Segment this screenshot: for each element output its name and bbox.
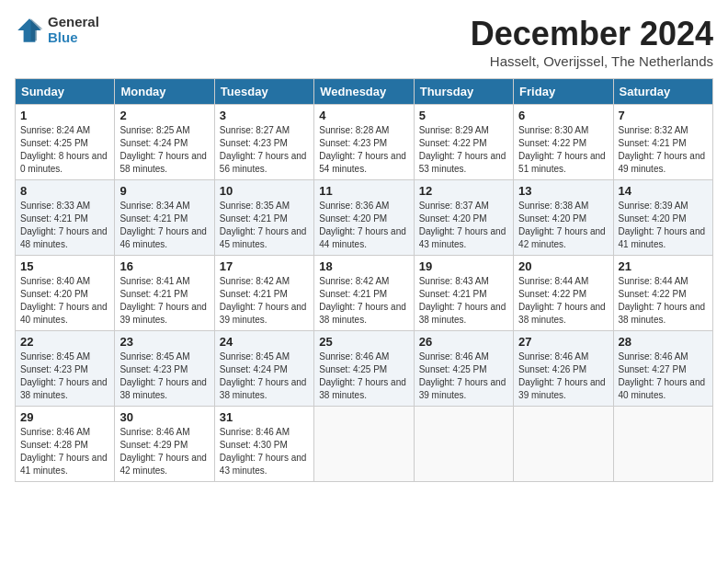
day-info: Sunrise: 8:37 AMSunset: 4:20 PMDaylight:… (419, 200, 508, 251)
day-cell-17: 17Sunrise: 8:42 AMSunset: 4:21 PMDayligh… (214, 256, 313, 331)
day-cell-27: 27Sunrise: 8:46 AMSunset: 4:26 PMDayligh… (514, 331, 613, 407)
col-header-monday: Monday (115, 79, 214, 105)
day-number: 1 (20, 109, 109, 122)
day-number: 8 (20, 184, 109, 198)
day-number: 25 (319, 335, 408, 349)
day-info: Sunrise: 8:33 AMSunset: 4:21 PMDaylight:… (20, 200, 109, 251)
empty-cell (514, 407, 613, 482)
day-info: Sunrise: 8:40 AMSunset: 4:20 PMDaylight:… (20, 275, 109, 327)
day-info: Sunrise: 8:30 AMSunset: 4:22 PMDaylight:… (518, 124, 608, 176)
col-header-sunday: Sunday (16, 79, 115, 105)
logo: General Blue (15, 15, 99, 45)
day-cell-12: 12Sunrise: 8:37 AMSunset: 4:20 PMDayligh… (414, 180, 513, 256)
svg-marker-0 (17, 18, 41, 42)
logo-icon (15, 16, 44, 45)
calendar-table: SundayMondayTuesdayWednesdayThursdayFrid… (15, 78, 713, 482)
day-cell-11: 11Sunrise: 8:36 AMSunset: 4:20 PMDayligh… (314, 180, 414, 256)
col-header-saturday: Saturday (613, 79, 712, 105)
day-cell-30: 30Sunrise: 8:46 AMSunset: 4:29 PMDayligh… (115, 407, 214, 482)
day-info: Sunrise: 8:45 AMSunset: 4:24 PMDaylight:… (220, 350, 309, 402)
col-header-tuesday: Tuesday (214, 79, 313, 105)
day-info: Sunrise: 8:36 AMSunset: 4:20 PMDaylight:… (319, 200, 408, 251)
day-number: 22 (20, 335, 109, 349)
day-cell-14: 14Sunrise: 8:39 AMSunset: 4:20 PMDayligh… (613, 180, 712, 256)
day-info: Sunrise: 8:43 AMSunset: 4:21 PMDaylight:… (419, 275, 508, 327)
day-cell-16: 16Sunrise: 8:41 AMSunset: 4:21 PMDayligh… (115, 256, 214, 331)
calendar-row-4: 22Sunrise: 8:45 AMSunset: 4:23 PMDayligh… (16, 331, 713, 407)
day-info: Sunrise: 8:32 AMSunset: 4:21 PMDaylight:… (619, 124, 708, 176)
day-number: 15 (20, 259, 109, 273)
col-header-wednesday: Wednesday (314, 79, 414, 105)
day-number: 12 (419, 184, 508, 198)
day-number: 29 (20, 410, 109, 424)
day-info: Sunrise: 8:44 AMSunset: 4:22 PMDaylight:… (619, 275, 708, 327)
day-cell-19: 19Sunrise: 8:43 AMSunset: 4:21 PMDayligh… (414, 256, 513, 331)
day-number: 7 (619, 109, 708, 122)
day-cell-8: 8Sunrise: 8:33 AMSunset: 4:21 PMDaylight… (16, 180, 115, 256)
col-header-friday: Friday (514, 79, 613, 105)
day-cell-10: 10Sunrise: 8:35 AMSunset: 4:21 PMDayligh… (214, 180, 313, 256)
day-info: Sunrise: 8:38 AMSunset: 4:20 PMDaylight:… (518, 200, 608, 251)
day-info: Sunrise: 8:44 AMSunset: 4:22 PMDaylight:… (518, 275, 608, 327)
empty-cell (314, 407, 414, 482)
day-cell-28: 28Sunrise: 8:46 AMSunset: 4:27 PMDayligh… (613, 331, 712, 407)
logo-general: General (48, 15, 99, 30)
day-number: 14 (619, 184, 708, 198)
title-block: December 2024 Hasselt, Overijssel, The N… (471, 15, 713, 69)
day-number: 6 (518, 109, 608, 122)
day-info: Sunrise: 8:34 AMSunset: 4:21 PMDaylight:… (119, 200, 209, 251)
day-number: 16 (119, 259, 209, 273)
day-info: Sunrise: 8:28 AMSunset: 4:23 PMDaylight:… (319, 124, 408, 176)
day-cell-26: 26Sunrise: 8:46 AMSunset: 4:25 PMDayligh… (414, 331, 513, 407)
day-number: 2 (119, 109, 209, 122)
day-cell-22: 22Sunrise: 8:45 AMSunset: 4:23 PMDayligh… (16, 331, 115, 407)
day-number: 28 (619, 335, 708, 349)
calendar-row-1: 1Sunrise: 8:24 AMSunset: 4:25 PMDaylight… (16, 105, 713, 180)
svg-marker-1 (31, 18, 43, 40)
day-cell-21: 21Sunrise: 8:44 AMSunset: 4:22 PMDayligh… (613, 256, 712, 331)
day-info: Sunrise: 8:25 AMSunset: 4:24 PMDaylight:… (119, 124, 209, 176)
day-number: 23 (119, 335, 209, 349)
day-number: 31 (220, 410, 309, 424)
day-info: Sunrise: 8:46 AMSunset: 4:25 PMDaylight:… (319, 350, 408, 402)
day-cell-18: 18Sunrise: 8:42 AMSunset: 4:21 PMDayligh… (314, 256, 414, 331)
day-number: 3 (220, 109, 309, 122)
day-number: 20 (518, 259, 608, 273)
calendar-row-5: 29Sunrise: 8:46 AMSunset: 4:28 PMDayligh… (16, 407, 713, 482)
day-info: Sunrise: 8:45 AMSunset: 4:23 PMDaylight:… (20, 350, 109, 402)
day-number: 10 (220, 184, 309, 198)
day-number: 24 (220, 335, 309, 349)
calendar-row-3: 15Sunrise: 8:40 AMSunset: 4:20 PMDayligh… (16, 256, 713, 331)
day-cell-25: 25Sunrise: 8:46 AMSunset: 4:25 PMDayligh… (314, 331, 414, 407)
day-cell-13: 13Sunrise: 8:38 AMSunset: 4:20 PMDayligh… (514, 180, 613, 256)
day-number: 13 (518, 184, 608, 198)
day-info: Sunrise: 8:42 AMSunset: 4:21 PMDaylight:… (220, 275, 309, 327)
day-cell-9: 9Sunrise: 8:34 AMSunset: 4:21 PMDaylight… (115, 180, 214, 256)
day-number: 4 (319, 109, 408, 122)
day-info: Sunrise: 8:35 AMSunset: 4:21 PMDaylight:… (220, 200, 309, 251)
title-location: Hasselt, Overijssel, The Netherlands (471, 53, 713, 69)
day-cell-6: 6Sunrise: 8:30 AMSunset: 4:22 PMDaylight… (514, 105, 613, 180)
calendar-row-2: 8Sunrise: 8:33 AMSunset: 4:21 PMDaylight… (16, 180, 713, 256)
day-info: Sunrise: 8:46 AMSunset: 4:27 PMDaylight:… (619, 350, 708, 402)
day-cell-2: 2Sunrise: 8:25 AMSunset: 4:24 PMDaylight… (115, 105, 214, 180)
empty-cell (414, 407, 513, 482)
day-info: Sunrise: 8:45 AMSunset: 4:23 PMDaylight:… (119, 350, 209, 402)
day-cell-3: 3Sunrise: 8:27 AMSunset: 4:23 PMDaylight… (214, 105, 313, 180)
title-month: December 2024 (471, 15, 713, 53)
day-cell-31: 31Sunrise: 8:46 AMSunset: 4:30 PMDayligh… (214, 407, 313, 482)
day-info: Sunrise: 8:46 AMSunset: 4:29 PMDaylight:… (119, 426, 209, 477)
day-number: 30 (119, 410, 209, 424)
day-number: 18 (319, 259, 408, 273)
day-number: 19 (419, 259, 508, 273)
day-number: 9 (119, 184, 209, 198)
logo-text: General Blue (48, 15, 99, 45)
day-info: Sunrise: 8:41 AMSunset: 4:21 PMDaylight:… (119, 275, 209, 327)
day-cell-1: 1Sunrise: 8:24 AMSunset: 4:25 PMDaylight… (16, 105, 115, 180)
calendar-header-row: SundayMondayTuesdayWednesdayThursdayFrid… (16, 79, 713, 105)
day-info: Sunrise: 8:27 AMSunset: 4:23 PMDaylight:… (220, 124, 309, 176)
day-number: 26 (419, 335, 508, 349)
day-info: Sunrise: 8:46 AMSunset: 4:30 PMDaylight:… (220, 426, 309, 477)
day-info: Sunrise: 8:39 AMSunset: 4:20 PMDaylight:… (619, 200, 708, 251)
day-number: 5 (419, 109, 508, 122)
